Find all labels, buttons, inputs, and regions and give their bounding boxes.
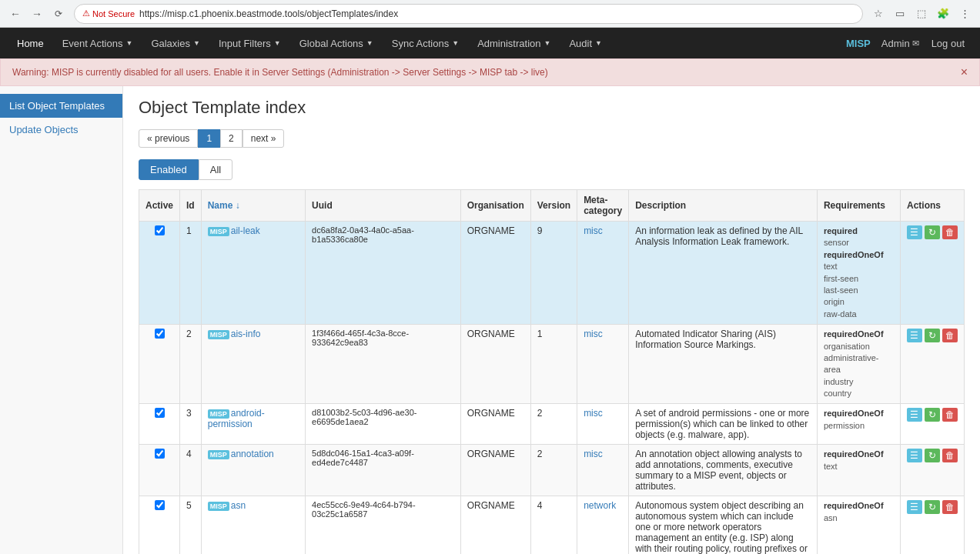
filter-tab-enabled[interactable]: Enabled (139, 159, 199, 180)
nav-home[interactable]: Home (8, 28, 53, 58)
extensions-button[interactable]: 🧩 (934, 5, 952, 23)
view-button[interactable]: ☰ (907, 225, 922, 239)
name-link[interactable]: annotation (231, 449, 274, 459)
view-button[interactable]: ☰ (907, 329, 922, 342)
requirement-item: asn (824, 513, 838, 522)
nav-global-actions[interactable]: Global Actions ▼ (290, 28, 383, 58)
nav-input-filters[interactable]: Input Filters ▼ (209, 28, 290, 58)
organisation-cell: ORGNAME (460, 445, 530, 496)
caret-icon: ▼ (193, 39, 200, 47)
logout-button[interactable]: Log out (924, 38, 972, 49)
description-cell: Autonomous system object describing an a… (629, 496, 818, 554)
col-description: Description (629, 190, 818, 222)
bookmarks-button[interactable]: ☆ (869, 5, 888, 23)
requirement-item: country (824, 389, 851, 398)
version-cell: 2 (530, 404, 577, 445)
misp-badge: MISP (208, 227, 229, 236)
next-page-button[interactable]: next » (242, 129, 285, 148)
edit-button[interactable]: ↻ (925, 449, 940, 462)
active-checkbox[interactable] (155, 449, 165, 459)
caret-icon: ▼ (595, 39, 602, 47)
pagination: « previous 1 2 next » (139, 129, 965, 148)
not-secure-badge: ⚠ Not Secure (82, 8, 135, 18)
requirements-cell: requiredOneOfpermission (817, 404, 900, 445)
nav-event-actions[interactable]: Event Actions ▼ (53, 28, 142, 58)
action-icons: ☰ ↻ 🗑 (907, 329, 958, 342)
name-link[interactable]: ail-leak (231, 225, 260, 236)
delete-button[interactable]: 🗑 (942, 329, 958, 342)
edit-button[interactable]: ↻ (925, 500, 940, 514)
caret-icon: ▼ (544, 39, 551, 47)
col-requirements: Requirements (817, 190, 900, 222)
page-2-button[interactable]: 2 (220, 129, 242, 148)
required-one-of-label: requiredOneOf (824, 250, 884, 259)
view-button[interactable]: ☰ (907, 500, 922, 514)
sidebar: List Object Templates Update Objects (0, 86, 123, 554)
edit-button[interactable]: ↻ (925, 225, 940, 239)
active-checkbox[interactable] (155, 329, 165, 339)
active-cell (139, 325, 180, 404)
col-name: Name ↓ (201, 190, 305, 222)
delete-button[interactable]: 🗑 (942, 408, 958, 422)
sidebar-item-update-objects[interactable]: Update Objects (0, 118, 122, 142)
view-button[interactable]: ☰ (907, 449, 922, 462)
name-cell: MISPais-info (201, 325, 305, 404)
admin-label: Admin ✉ (877, 38, 924, 49)
sidebar-item-list-object-templates[interactable]: List Object Templates (0, 94, 122, 118)
meta-category-cell: misc (577, 445, 629, 496)
requirements-cell: requiredsensorrequiredOneOftextfirst-see… (817, 222, 900, 325)
meta-category-link[interactable]: misc (584, 225, 603, 236)
required-one-of-label: requiredOneOf (824, 501, 884, 510)
active-checkbox[interactable] (155, 408, 165, 418)
edit-button[interactable]: ↻ (925, 329, 940, 342)
actions-cell: ☰ ↻ 🗑 (900, 496, 964, 554)
screenshot-button[interactable]: ⬚ (912, 5, 931, 23)
delete-button[interactable]: 🗑 (942, 449, 958, 462)
forward-button[interactable]: → (28, 5, 46, 23)
name-cell: MISPail-leak (201, 222, 305, 325)
back-button[interactable]: ← (6, 5, 25, 23)
menu-button[interactable]: ⋮ (955, 5, 974, 23)
meta-category-link[interactable]: misc (584, 329, 603, 339)
filter-tab-all[interactable]: All (199, 159, 232, 180)
name-cell: MISPasn (201, 496, 305, 554)
col-organisation: Organisation (460, 190, 530, 222)
page-1-button[interactable]: 1 (198, 129, 220, 148)
prev-page-button[interactable]: « previous (139, 129, 198, 148)
organisation-cell: ORGNAME (460, 496, 530, 554)
name-link[interactable]: asn (231, 500, 246, 511)
active-cell (139, 222, 180, 325)
address-bar[interactable]: ⚠ Not Secure https://misp.c1.phoenix.bea… (74, 4, 863, 24)
table-row: 5MISPasn4ec55cc6-9e49-4c64-b794-03c25c1a… (139, 496, 965, 554)
name-link[interactable]: ais-info (231, 329, 261, 339)
meta-category-link[interactable]: misc (584, 408, 603, 419)
active-checkbox[interactable] (155, 500, 165, 510)
required-one-of-label: requiredOneOf (824, 329, 884, 339)
requirement-item: administrative-area (824, 353, 879, 374)
active-checkbox[interactable] (155, 225, 165, 235)
reload-button[interactable]: ⟳ (49, 5, 68, 23)
misp-badge: MISP (208, 409, 229, 419)
meta-category-cell: misc (577, 404, 629, 445)
warning-close-button[interactable]: × (961, 65, 968, 79)
nav-galaxies[interactable]: Galaxies ▼ (142, 28, 209, 58)
action-icons: ☰ ↻ 🗑 (907, 225, 958, 239)
meta-category-link[interactable]: misc (584, 449, 603, 459)
requirement-item: origin (824, 297, 845, 306)
required-label: required (824, 226, 858, 235)
uuid-cell: 5d8dc046-15a1-4ca3-a09f-ed4ede7c4487 (306, 445, 461, 496)
delete-button[interactable]: 🗑 (942, 225, 958, 239)
actions-cell: ☰ ↻ 🗑 (900, 445, 964, 496)
requirement-item: last-seen (824, 285, 858, 295)
uuid-cell: dc6a8fa2-0a43-4a0c-a5aa-b1a5336ca80e (306, 222, 461, 325)
nav-audit[interactable]: Audit ▼ (560, 28, 611, 58)
uuid-cell: d81003b2-5c03-4d96-ae30-e6695de1aea2 (306, 404, 461, 445)
cast-button[interactable]: ▭ (891, 5, 909, 23)
delete-button[interactable]: 🗑 (942, 500, 958, 514)
nav-sync-actions[interactable]: Sync Actions ▼ (383, 28, 468, 58)
meta-category-link[interactable]: network (584, 500, 616, 511)
nav-administration[interactable]: Administration ▼ (468, 28, 560, 58)
version-cell: 4 (530, 496, 577, 554)
edit-button[interactable]: ↻ (925, 408, 940, 422)
view-button[interactable]: ☰ (907, 408, 922, 422)
